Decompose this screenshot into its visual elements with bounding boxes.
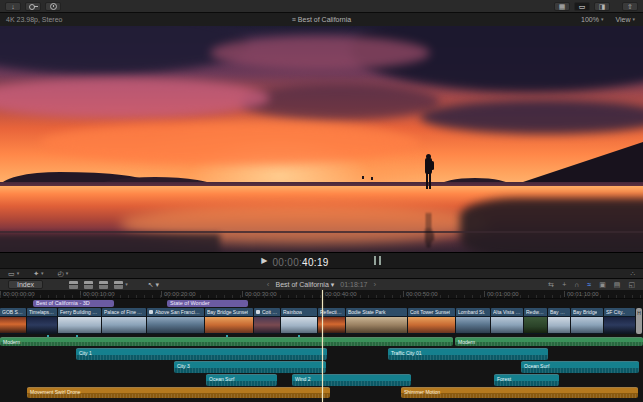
audio-clip[interactable]: Traffic City 01 xyxy=(388,348,548,360)
storyline-clip[interactable]: Palace of Fine Arts xyxy=(102,308,146,334)
keyword-marker-icon xyxy=(149,310,153,314)
history-forward-button[interactable]: › xyxy=(374,280,377,289)
browser-icon: ▦ xyxy=(559,3,566,10)
title-clip[interactable]: Best of California - 3D xyxy=(33,300,114,307)
viewer-title: ≡ Best of California xyxy=(0,16,643,23)
audio-skimming-toggle[interactable]: + xyxy=(562,281,566,288)
collapsed-clips-badge[interactable]: H xyxy=(636,308,642,334)
project-title-label: Best of California xyxy=(298,16,351,23)
titlebar-right-buttons: ▦ ▭ ◨ ⇧ xyxy=(554,2,638,11)
fx-clip[interactable]: Movement Swirl Drone xyxy=(27,387,330,398)
history-back-button[interactable]: ‹ xyxy=(267,280,270,289)
audio-lanes-toggle[interactable]: ▣ xyxy=(599,281,606,289)
clip-thumbnail xyxy=(524,317,547,333)
audio-meters-icon[interactable] xyxy=(374,256,382,265)
storyline-clip[interactable]: Timelapse GOB xyxy=(27,308,57,334)
audio-clip[interactable]: Ocean Surf xyxy=(521,361,639,373)
clip-thumbnail xyxy=(456,317,490,333)
storyline-clip[interactable]: Coit Tower Sunset xyxy=(408,308,455,334)
clip-name: Ferry Building Part 2 xyxy=(58,308,101,317)
clip-name: Above San Francisco xyxy=(147,308,204,317)
keyword-editor-button[interactable] xyxy=(25,2,41,11)
storyline-clip[interactable]: GOB Sunset xyxy=(0,308,26,334)
clip-thumbnail xyxy=(548,317,570,333)
clip-name: Bay Bridge xyxy=(571,308,603,317)
view-dropdown[interactable]: View ▾ xyxy=(615,16,635,23)
ruler-label: 00:01:10:00 xyxy=(564,291,599,297)
ruler-label: 00:01:00:00 xyxy=(484,291,519,297)
viewer-options-icon: ∴ xyxy=(631,270,635,277)
storyline-clip[interactable]: Coit To.. xyxy=(254,308,280,334)
storyline-clip[interactable]: Ferry Building Part 2 xyxy=(58,308,101,334)
viewer-image xyxy=(0,26,643,252)
tool-palette-dropdown[interactable]: ↖ ▾ xyxy=(148,281,159,289)
snapping-toggle[interactable]: ≈ xyxy=(587,281,591,288)
insert-edit-icon[interactable] xyxy=(84,281,93,289)
share-button[interactable]: ⇧ xyxy=(622,2,638,11)
clip-name: Timelapse GOB xyxy=(27,308,57,317)
filmstrip-icon: ≡ xyxy=(292,16,296,23)
background-tasks-button[interactable] xyxy=(45,2,61,11)
music-clip[interactable]: Modern xyxy=(455,337,643,346)
zoom-level-dropdown[interactable]: 100% ▾ xyxy=(581,16,603,23)
index-label: Index xyxy=(17,281,34,288)
storyline-clip[interactable]: Bodie State Park xyxy=(346,308,407,334)
zoom-fit-button[interactable]: ◱ xyxy=(628,281,635,289)
sand-streak xyxy=(0,231,643,233)
clip-name: Bay Bridge toward SF xyxy=(548,308,570,317)
import-media-button[interactable]: ↓ xyxy=(5,2,21,11)
audio-clip[interactable]: City 3 xyxy=(174,361,326,373)
storyline-clip[interactable]: Rainbow xyxy=(281,308,317,334)
music-clip[interactable]: Modern xyxy=(0,337,453,346)
edit-buttons: ▾ xyxy=(69,281,128,289)
storyline-clip[interactable]: SF City.. xyxy=(604,308,635,334)
solo-toggle[interactable]: ∩ xyxy=(574,281,579,288)
storyline-clip[interactable]: Alta Vista Park xyxy=(491,308,523,334)
distant-figure xyxy=(371,177,373,180)
storyline-clip[interactable]: Above San Francisco xyxy=(147,308,204,334)
audio-clip[interactable]: Wind 2 xyxy=(292,374,411,386)
audio-clip[interactable]: City 1 xyxy=(76,348,327,360)
person-reflection xyxy=(423,204,435,248)
overwrite-edit-button[interactable]: ▾ xyxy=(114,281,128,289)
timecode-value: 40:19 xyxy=(302,257,329,268)
storyline-clip[interactable]: Bay Bridge toward SF xyxy=(548,308,570,334)
clip-appearance-button[interactable]: ▤ xyxy=(614,281,621,289)
transform-popup-button[interactable]: ▭▾ xyxy=(8,270,19,277)
cloud xyxy=(40,122,420,164)
storyline-clip[interactable]: Redwoods xyxy=(524,308,547,334)
audio-clip[interactable]: Ocean Surf xyxy=(206,374,277,386)
show-timeline-button[interactable]: ▭ xyxy=(574,2,590,11)
storyline-clip[interactable]: Lombard St. xyxy=(456,308,490,334)
play-button[interactable]: ▶ xyxy=(261,257,267,265)
enhancements-button[interactable]: ✦▾ xyxy=(33,270,43,277)
title-clip[interactable]: State of Wonder xyxy=(167,300,248,307)
skimming-toggle[interactable]: ⇆ xyxy=(548,281,554,289)
titlebar-left-buttons: ↓ xyxy=(5,2,61,11)
person-silhouette xyxy=(423,154,435,206)
connect-edit-icon[interactable] xyxy=(69,281,78,289)
clip-thumbnail xyxy=(27,317,57,333)
final-cut-pro-window: ↓ ▦ ▭ ◨ ⇧ 4K 23.98p, Stereo ≡ Best of Ca… xyxy=(0,0,643,402)
storyline-clip[interactable]: Bay Bridge Sunset xyxy=(205,308,253,334)
show-browser-button[interactable]: ▦ xyxy=(554,2,570,11)
audio-clip[interactable]: Forest xyxy=(494,374,559,386)
clip-label: Modern xyxy=(3,339,20,345)
ruler-label: 00:00:50:00 xyxy=(403,291,438,297)
zoom-level-value: 100% xyxy=(581,16,599,23)
clip-label: Modern xyxy=(458,339,475,345)
timeline-project-dropdown[interactable]: Best of California ▾ xyxy=(275,281,334,289)
viewer-options-button[interactable]: ∴ xyxy=(631,270,635,278)
clip-thumbnail xyxy=(254,317,280,333)
show-inspector-button[interactable]: ◨ xyxy=(594,2,610,11)
storyline-clip[interactable]: Bay Bridge xyxy=(571,308,603,334)
retime-button[interactable]: ◴▾ xyxy=(58,270,69,277)
clip-name: GOB Sunset xyxy=(0,308,26,317)
append-edit-icon[interactable] xyxy=(99,281,108,289)
fx-clip[interactable]: Shimmer Motion xyxy=(401,387,638,398)
dark-sand-right xyxy=(460,198,643,252)
index-button[interactable]: Index xyxy=(8,280,43,289)
playhead[interactable] xyxy=(322,290,323,402)
chevron-down-icon: ▾ xyxy=(632,17,635,22)
cloud xyxy=(210,36,430,70)
